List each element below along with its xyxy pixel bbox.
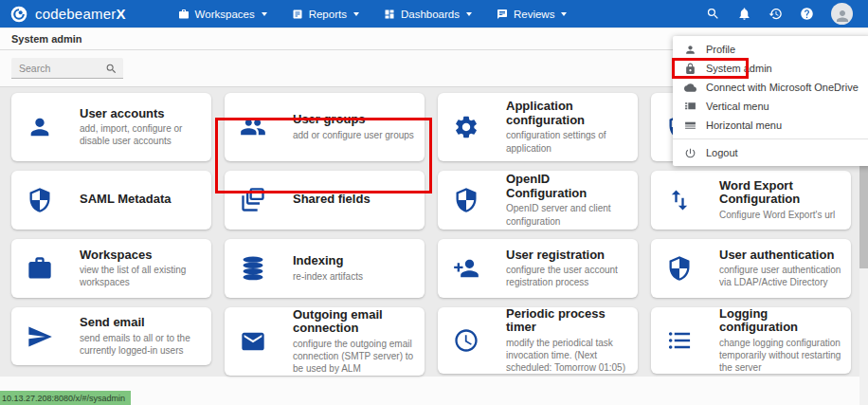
chevron-down-icon	[262, 12, 267, 16]
app-logo[interactable]: codebeamerX	[9, 5, 126, 24]
clock-icon	[438, 327, 495, 354]
card-description: add, import, configure or disable user a…	[80, 122, 204, 147]
card-title: Periodic process timer	[506, 307, 630, 335]
power-icon	[684, 147, 696, 159]
card-description: configure the user account registration …	[506, 264, 630, 288]
card-title: Indexing	[293, 254, 417, 268]
card-user-groups[interactable]: User groupsadd or configure user groups	[225, 93, 425, 161]
notifications-bell-icon[interactable]	[737, 7, 751, 21]
card-description: re-index artifacts	[293, 270, 417, 283]
search-icon[interactable]	[105, 62, 118, 74]
vertical-scrollbar-thumb[interactable]	[859, 164, 868, 268]
card-title: User accounts	[80, 107, 204, 121]
user-icon	[11, 114, 68, 140]
nav-label: Workspaces	[195, 9, 255, 20]
card-word-export-configuration[interactable]: Word Export ConfigurationConfigure Word …	[651, 171, 851, 230]
help-icon[interactable]	[800, 7, 814, 21]
layers-icon	[225, 187, 281, 213]
horizontal-menu-icon	[684, 120, 696, 132]
card-title: User authentication	[719, 249, 843, 263]
nav-reports[interactable]: Reports	[280, 0, 371, 28]
card-description: configure the outgoing email connection …	[293, 338, 417, 376]
card-description: OpenID server and client configuration	[506, 202, 630, 227]
user-avatar[interactable]	[831, 3, 853, 25]
card-application-configuration[interactable]: Application configurationconfiguration s…	[438, 93, 638, 161]
card-title: OpenID Configuration	[506, 173, 630, 200]
user-group-icon	[225, 114, 281, 140]
card-openid-configuration[interactable]: OpenID ConfigurationOpenID server and cl…	[438, 171, 638, 230]
card-send-email[interactable]: Send emailsend emails to all or to the c…	[11, 307, 211, 365]
envelope-icon	[225, 328, 281, 355]
card-title: Send email	[80, 316, 204, 330]
card-title: Word Export Configuration	[719, 179, 843, 207]
search-icon[interactable]	[706, 7, 720, 21]
card-title: Outgoing email connection	[293, 308, 417, 336]
card-logging-configuration[interactable]: Logging configurationchange logging conf…	[651, 307, 851, 374]
card-title: Logging configuration	[719, 307, 843, 335]
shield-icon	[11, 187, 68, 213]
menu-item-connect-onedrive[interactable]: Connect with Microsoft OneDrive	[673, 78, 868, 97]
person-add-icon	[438, 255, 495, 282]
menu-item-vertical-menu[interactable]: Vertical menu	[673, 97, 868, 116]
nav-reviews[interactable]: Reviews	[484, 0, 579, 28]
card-description: change logging configuration temporarily…	[719, 337, 843, 375]
card-shared-fields[interactable]: Shared fields	[225, 171, 425, 230]
card-outgoing-email-connection[interactable]: Outgoing email connectionconfigure the o…	[225, 307, 425, 376]
list-icon	[651, 327, 708, 354]
chevron-down-icon	[466, 12, 472, 16]
card-user-authentication[interactable]: User authenticationconfigure user authen…	[651, 239, 851, 298]
lock-icon	[684, 63, 696, 75]
card-user-registration[interactable]: User registrationconfigure the user acco…	[438, 239, 638, 298]
system-admin-page: codebeamerX Workspaces Reports Dashboard…	[0, 0, 868, 405]
menu-item-label: System admin	[706, 63, 772, 74]
database-icon	[225, 255, 281, 282]
chevron-down-icon	[353, 12, 359, 16]
card-description: Configure Word Export's url	[719, 209, 843, 221]
shield-icon	[438, 187, 495, 213]
card-description: modify the periodical task invocation ti…	[506, 337, 630, 375]
menu-item-system-admin[interactable]: System admin	[673, 59, 868, 78]
nav-workspaces[interactable]: Workspaces	[166, 0, 280, 28]
card-periodic-process-timer[interactable]: Periodic process timermodify the periodi…	[438, 307, 638, 374]
card-description: send emails to all or to the currently l…	[80, 332, 204, 357]
vertical-menu-icon	[684, 101, 696, 113]
menu-item-horizontal-menu[interactable]: Horizontal menu	[673, 116, 868, 135]
page-title: System admin	[11, 33, 82, 45]
menu-item-label: Vertical menu	[706, 101, 769, 112]
nav-label: Reports	[309, 9, 347, 20]
briefcase-icon	[178, 9, 190, 20]
card-title: User groups	[293, 113, 417, 127]
shield-icon	[651, 255, 708, 282]
card-saml-metadata[interactable]: SAML Metadata	[11, 171, 211, 230]
review-icon	[497, 9, 508, 20]
card-description: view the list of all existing workspaces	[80, 264, 204, 288]
import-export-icon	[651, 187, 708, 213]
cloud-icon	[684, 82, 696, 94]
app-header: codebeamerX Workspaces Reports Dashboard…	[0, 0, 868, 28]
menu-item-label: Profile	[706, 44, 735, 55]
dashboard-icon	[384, 9, 395, 20]
card-title: SAML Metadata	[80, 193, 204, 207]
main-nav: Workspaces Reports Dashboards Reviews	[166, 0, 580, 28]
menu-item-logout[interactable]: Logout	[673, 143, 868, 162]
gear-icon	[438, 114, 495, 140]
menu-item-label: Logout	[706, 147, 738, 158]
briefcase-icon	[11, 255, 68, 282]
nav-dashboards[interactable]: Dashboards	[371, 0, 484, 28]
card-title: Application configuration	[506, 100, 630, 127]
card-title: Shared fields	[293, 193, 417, 207]
card-description: add or configure user groups	[293, 129, 417, 141]
person-icon	[684, 44, 696, 56]
card-user-accounts[interactable]: User accountsadd, import, configure or d…	[11, 93, 211, 161]
card-workspaces[interactable]: Workspacesview the list of all existing …	[11, 239, 211, 298]
history-icon[interactable]	[769, 7, 783, 21]
card-title: User registration	[506, 249, 630, 263]
user-dropdown-menu: Profile System admin Connect with Micros…	[673, 36, 868, 166]
nav-label: Reviews	[514, 9, 554, 20]
person-icon	[834, 8, 851, 25]
menu-item-profile[interactable]: Profile	[673, 40, 868, 59]
card-indexing[interactable]: Indexingre-index artifacts	[225, 239, 425, 298]
menu-divider	[673, 138, 868, 139]
app-title: codebeamerX	[35, 6, 126, 22]
card-description: configuration settings of application	[506, 129, 630, 154]
